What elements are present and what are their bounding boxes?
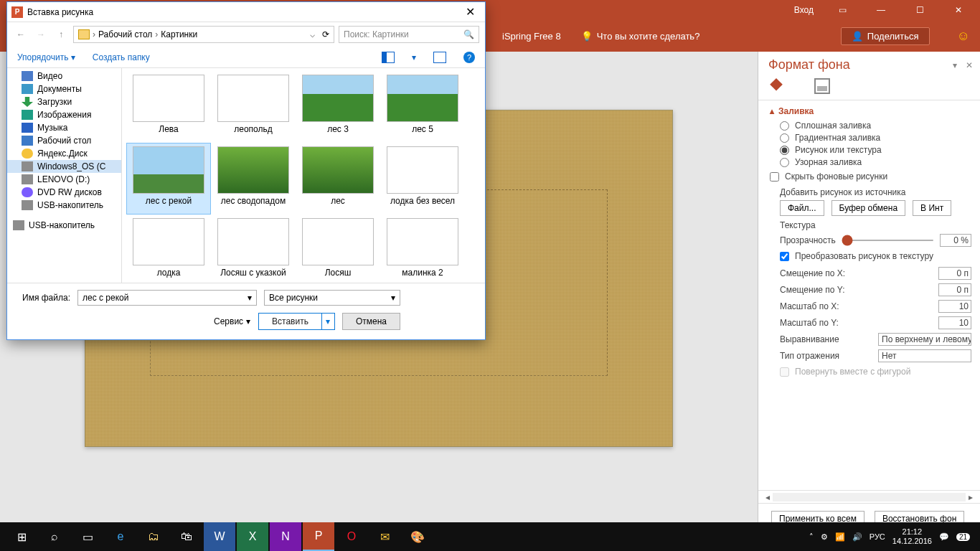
tree-documents[interactable]: Документы <box>7 83 121 95</box>
search-input[interactable]: Поиск: Картинки🔍 <box>339 26 479 43</box>
file-item[interactable]: лес сводопадом <box>211 143 296 215</box>
file-item[interactable]: Лосяш <box>296 215 380 283</box>
login-link[interactable]: Вход <box>794 5 814 15</box>
check-rotate: Повернуть вместе с фигурой <box>780 367 971 377</box>
mirror-combo[interactable]: Нет <box>878 349 971 362</box>
radio-pattern[interactable]: Узорная заливка <box>780 157 971 167</box>
tree-usb2[interactable]: USB-накопитель <box>7 219 121 232</box>
online-button[interactable]: В Инт <box>913 200 951 216</box>
close-icon[interactable]: ✕ <box>943 0 974 20</box>
file-item[interactable]: леопольд <box>211 71 296 143</box>
file-grid[interactable]: Левалеопольдлес 3лес 5лес с рекойлес сво… <box>122 68 485 283</box>
breadcrumb[interactable]: › Рабочий стол › Картинки ⌵ ⟳ <box>73 26 334 43</box>
maximize-icon[interactable]: ☐ <box>904 0 936 20</box>
start-icon[interactable]: ⊞ <box>6 522 37 551</box>
tree-video[interactable]: Видео <box>7 70 121 83</box>
tray-volume-icon[interactable]: 🔊 <box>852 532 862 542</box>
insert-button[interactable]: Вставить <box>258 313 322 330</box>
picture-tab-icon[interactable] <box>814 78 830 94</box>
transparency-value[interactable]: 0 % <box>940 234 971 247</box>
scale-y-value[interactable]: 10 <box>938 316 971 329</box>
minimize-icon[interactable]: — <box>865 0 897 20</box>
tree-music[interactable]: Музыка <box>7 121 121 134</box>
file-item[interactable]: лодка без весел <box>380 143 465 215</box>
forward-icon[interactable]: → <box>33 27 49 42</box>
ribbon-options-icon[interactable]: ▭ <box>826 0 858 20</box>
chevron-down-icon[interactable]: ⌵ <box>310 29 315 39</box>
tray-notifications-icon[interactable]: 💬 <box>939 532 949 542</box>
tell-me[interactable]: 💡 Что вы хотите сделать? <box>581 31 700 42</box>
cancel-button[interactable]: Отмена <box>342 313 400 330</box>
file-item[interactable]: Лосяш с указкой <box>211 215 296 283</box>
fill-section-header[interactable]: ▴ Заливка <box>770 106 971 116</box>
new-folder-button[interactable]: Создать папку <box>93 52 150 62</box>
filter-combo[interactable]: Все рисунки▾ <box>264 290 400 306</box>
offset-y-value[interactable]: 0 п <box>938 283 971 296</box>
tree-lenovo-drive[interactable]: LENOVO (D:) <box>7 173 121 186</box>
tree-yandex-disk[interactable]: Яндекс.Диск <box>7 147 121 160</box>
tray-wifi-icon[interactable]: 📶 <box>835 532 845 542</box>
help-icon[interactable]: ? <box>463 52 475 63</box>
opera-icon[interactable]: O <box>336 522 367 551</box>
app-icon[interactable]: 🎨 <box>402 522 433 551</box>
up-icon[interactable]: ↑ <box>53 27 69 42</box>
file-item[interactable]: лес 3 <box>296 71 380 143</box>
transparency-slider[interactable] <box>842 240 934 241</box>
tree-images[interactable]: Изображения <box>7 108 121 121</box>
search-icon[interactable]: ⌕ <box>39 522 70 551</box>
check-tile[interactable]: Преобразовать рисунок в текстуру <box>780 251 971 261</box>
radio-solid[interactable]: Сплошная заливка <box>780 121 971 131</box>
edge-icon[interactable]: e <box>105 522 136 551</box>
pane-h-scrollbar[interactable]: ◂▸ <box>758 490 980 503</box>
file-name: Лосяш <box>325 268 352 278</box>
word-icon[interactable]: W <box>204 522 235 551</box>
explorer-icon[interactable]: 🗂 <box>138 522 169 551</box>
tree-os-drive[interactable]: Windows8_OS (C <box>7 160 121 173</box>
filename-field[interactable]: лес с рекой▾ <box>77 290 257 306</box>
pane-close-icon[interactable]: ✕ <box>966 60 973 70</box>
tree-dvd[interactable]: DVD RW дисков <box>7 186 121 199</box>
nav-tree[interactable]: Видео Документы Загрузки Изображения Муз… <box>7 68 122 283</box>
tray-lang[interactable]: РУС <box>870 532 885 541</box>
radio-picture[interactable]: Рисунок или текстура <box>780 145 971 155</box>
file-item[interactable]: лес с рекой <box>126 143 211 215</box>
feedback-icon[interactable]: ☺ <box>957 29 970 44</box>
clipboard-button[interactable]: Буфер обмена <box>831 200 906 216</box>
insert-split-icon[interactable]: ▾ <box>322 313 335 330</box>
tray-network-icon[interactable]: ⚙ <box>821 532 828 542</box>
effects-tab-icon[interactable] <box>791 78 807 94</box>
store-icon[interactable]: 🛍 <box>171 522 202 551</box>
file-item[interactable]: лес <box>296 143 380 215</box>
onenote-icon[interactable]: N <box>270 522 301 551</box>
excel-icon[interactable]: X <box>237 522 268 551</box>
dialog-close-icon[interactable]: ✕ <box>460 5 481 19</box>
fill-tab-icon[interactable] <box>768 78 784 94</box>
scale-x-value[interactable]: 10 <box>938 300 971 313</box>
share-button[interactable]: 👤 Поделиться <box>841 27 930 45</box>
tray-clock[interactable]: 21:1214.12.2016 <box>892 527 932 546</box>
tree-downloads[interactable]: Загрузки <box>7 95 121 108</box>
file-item[interactable]: Лева <box>126 71 211 143</box>
tray-chevron-icon[interactable]: ˄ <box>809 532 814 542</box>
tree-desktop[interactable]: Рабочий стол <box>7 134 121 147</box>
mail-icon[interactable]: ✉ <box>369 522 400 551</box>
preview-pane-icon[interactable] <box>433 52 446 63</box>
pane-options-icon[interactable]: ▾ <box>953 60 957 70</box>
organize-menu[interactable]: Упорядочить ▾ <box>17 52 75 62</box>
file-item[interactable]: лодка <box>126 215 211 283</box>
tab-ispring[interactable]: iSpring Free 8 <box>502 31 561 42</box>
refresh-icon[interactable]: ⟳ <box>322 29 329 39</box>
view-mode-icon[interactable] <box>382 52 395 63</box>
file-item[interactable]: лес 5 <box>380 71 465 143</box>
check-hide-bg[interactable]: Скрыть фоновые рисунки <box>770 171 971 182</box>
radio-gradient[interactable]: Градиентная заливка <box>780 133 971 143</box>
file-button[interactable]: Файл... <box>780 200 824 216</box>
file-item[interactable]: малинка 2 <box>380 215 465 283</box>
align-combo[interactable]: По верхнему и левому к <box>878 333 971 346</box>
powerpoint-task-icon[interactable]: P <box>303 522 334 551</box>
tree-usb1[interactable]: USB-накопитель <box>7 199 121 212</box>
taskview-icon[interactable]: ▭ <box>72 522 103 551</box>
back-icon[interactable]: ← <box>13 27 29 42</box>
offset-x-value[interactable]: 0 п <box>938 267 971 280</box>
service-menu[interactable]: Сервис ▾ <box>19 316 250 326</box>
